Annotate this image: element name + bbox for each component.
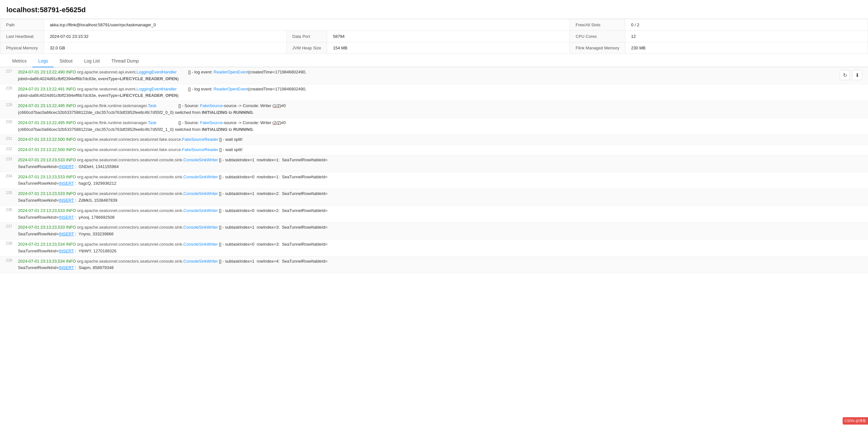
log-line-number: 231 <box>0 136 16 141</box>
log-line-content: 2024-07-01 23:13:23,533 INFO org.apache.… <box>16 224 868 238</box>
heartbeat-value: 2024-07-01 23:15:32 <box>44 31 286 42</box>
log-line-content: 2024-07-01 23:13:23,534 INFO org.apache.… <box>16 258 868 272</box>
log-row: 2362024-07-01 23:13:23,533 INFO org.apac… <box>0 206 868 223</box>
log-line-number: 239 <box>0 258 16 263</box>
dataport-value: 58794 <box>327 31 570 42</box>
physmem-value: 32.0 GB <box>44 42 286 54</box>
free-slots-value: 0 / 2 <box>625 19 868 31</box>
cpu-value: 12 <box>625 31 868 42</box>
log-line-content: 2024-07-01 23:13:22,490 INFO org.apache.… <box>16 68 868 83</box>
page-title: localhost:58791-e5625d <box>0 0 868 19</box>
log-controls: ↻ ⬇ <box>840 70 862 80</box>
log-line-content: 2024-07-01 23:13:23,534 INFO org.apache.… <box>16 240 868 255</box>
free-slots-label: Free/All Slots <box>570 19 625 31</box>
log-area: ↻ ⬇ 2272024-07-01 23:13:22,490 INFO org.… <box>0 67 868 273</box>
tab-bar: Metrics Logs Stdout Log List Thread Dump <box>0 55 868 67</box>
log-line-number: 229 <box>0 102 16 108</box>
refresh-button[interactable]: ↻ <box>840 70 850 80</box>
log-line-number: 232 <box>0 146 16 152</box>
log-row: 2302024-07-01 23:13:22,495 INFO org.apac… <box>0 118 868 135</box>
log-row: 2392024-07-01 23:13:23,534 INFO org.apac… <box>0 257 868 273</box>
tab-stdout[interactable]: Stdout <box>54 55 78 67</box>
log-line-number: 237 <box>0 224 16 229</box>
log-line-content: 2024-07-01 23:13:23,533 INFO org.apache.… <box>16 173 868 188</box>
log-line-content: 2024-07-01 23:13:22,500 INFO org.apache.… <box>16 136 868 144</box>
log-row: 2312024-07-01 23:13:22,500 INFO org.apac… <box>0 135 868 145</box>
log-line-number: 236 <box>0 207 16 212</box>
log-line-number: 233 <box>0 156 16 162</box>
path-label: Path <box>0 19 44 31</box>
dataport-label: Data Port <box>286 31 327 42</box>
log-line-number: 234 <box>0 173 16 179</box>
log-line-number: 238 <box>0 240 16 246</box>
log-line-content: 2024-07-01 23:13:23,533 INFO org.apache.… <box>16 156 868 171</box>
tab-metrics[interactable]: Metrics <box>6 55 32 67</box>
log-line-content: 2024-07-01 23:13:22,495 INFO org.apache.… <box>16 102 868 117</box>
log-row: 2352024-07-01 23:13:23,533 INFO org.apac… <box>0 189 868 206</box>
log-row: 2332024-07-01 23:13:23,533 INFO org.apac… <box>0 155 868 172</box>
flinkmem-value: 230 MB <box>625 42 868 54</box>
log-row: 2292024-07-01 23:13:22,495 INFO org.apac… <box>0 101 868 118</box>
log-row: 2372024-07-01 23:13:23,533 INFO org.apac… <box>0 223 868 239</box>
log-row: 2342024-07-01 23:13:23,533 INFO org.apac… <box>0 172 868 189</box>
log-line-content: 2024-07-01 23:13:22,500 INFO org.apache.… <box>16 146 868 154</box>
log-line-number: 227 <box>0 68 16 74</box>
log-row: 2272024-07-01 23:13:22,490 INFO org.apac… <box>0 67 868 84</box>
physmem-label: Physical Memory <box>0 42 44 54</box>
log-row: 2282024-07-01 23:13:22,491 INFO org.apac… <box>0 84 868 101</box>
log-line-content: 2024-07-01 23:13:23,533 INFO org.apache.… <box>16 190 868 205</box>
tab-threaddump[interactable]: Thread Dump <box>105 55 145 67</box>
tab-loglist[interactable]: Log List <box>78 55 105 67</box>
log-line-number: 228 <box>0 85 16 91</box>
heartbeat-label: Last Heartbeat <box>0 31 44 42</box>
log-line-number: 235 <box>0 190 16 196</box>
download-button[interactable]: ⬇ <box>852 70 862 80</box>
cpu-label: CPU Cores <box>570 31 625 42</box>
info-table: Path akka.tcp://flink@localhost:58791/us… <box>0 19 868 54</box>
log-line-number: 230 <box>0 119 16 125</box>
log-row: 2322024-07-01 23:13:22,500 INFO org.apac… <box>0 145 868 155</box>
tab-logs[interactable]: Logs <box>32 55 54 67</box>
jvmheap-value: 154 MB <box>327 42 570 54</box>
log-row: 2382024-07-01 23:13:23,534 INFO org.apac… <box>0 239 868 257</box>
jvmheap-label: JVM Heap Size <box>286 42 327 54</box>
log-list: 2272024-07-01 23:13:22,490 INFO org.apac… <box>0 67 868 273</box>
log-line-content: 2024-07-01 23:13:23,533 INFO org.apache.… <box>16 207 868 222</box>
flinkmem-label: Flink Managed Memory <box>570 42 625 54</box>
path-value: akka.tcp://flink@localhost:58791/user/rp… <box>44 19 569 31</box>
log-line-content: 2024-07-01 23:13:22,495 INFO org.apache.… <box>16 119 868 134</box>
log-line-content: 2024-07-01 23:13:22,491 INFO org.apache.… <box>16 85 868 100</box>
